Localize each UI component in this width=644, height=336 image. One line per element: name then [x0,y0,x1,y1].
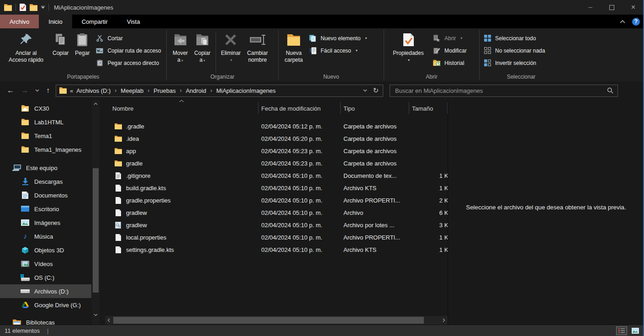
file-row[interactable]: settings.gradle.kts 02/04/2024 05:10 p. … [105,244,448,256]
column-divider[interactable] [258,102,259,114]
videos-icon [21,261,30,267]
sidebar-item-lab1html[interactable]: Lab1HTML [0,115,91,129]
cloud-folder-icon [21,105,30,112]
file-row[interactable]: .gitignore 02/04/2024 05:10 p. m. Docume… [105,170,448,182]
sidebar-item-tema1[interactable]: Tema1 [0,129,91,143]
new-item-button[interactable]: Nuevo elemento ▾ [309,33,367,43]
tab-compartir[interactable]: Compartir [72,15,117,28]
column-divider[interactable] [340,102,341,114]
refresh-icon[interactable]: ↻ [373,86,379,95]
breadcrumb-item[interactable]: Archivos (D:) [75,87,112,94]
preview-message: Seleccione el archivo del que desea obte… [466,204,626,211]
breadcrumb[interactable]: « Archivos (D:) › Meeplab › Pruebas › An… [56,85,383,97]
file-row[interactable]: gradle.properties 02/04/2024 05:10 p. m.… [105,194,448,207]
pin-to-quick-access-button[interactable]: Anclar al Acceso rápido [3,30,49,64]
file-row[interactable]: app 02/04/2024 05:23 p. m. Carpeta de ar… [105,145,448,157]
details-view-button[interactable] [616,326,627,335]
select-none-button[interactable]: No seleccionar nada [483,46,545,55]
delete-button[interactable]: Eliminar ▾ [218,30,244,64]
file-row[interactable]: .gradle 02/04/2024 05:12 p. m. Carpeta d… [105,120,448,133]
copy-button[interactable]: Copiar [49,30,72,57]
tab-inicio[interactable]: Inicio [39,15,72,28]
breadcrumb-item[interactable]: Meeplab [119,87,145,94]
file-row[interactable]: gradlew 02/04/2024 05:10 p. m. Archivo p… [105,219,448,231]
search-input[interactable] [394,87,607,95]
select-all-button[interactable]: Seleccionar todo [483,33,545,43]
breadcrumb-item[interactable]: Android [185,87,208,94]
file-row[interactable]: local.properties 02/04/2024 05:10 p. m. … [105,231,448,244]
address-dropdown-icon[interactable] [363,89,367,92]
copy-path-button[interactable]: Copiar ruta de acceso [95,46,161,55]
help-icon[interactable]: ? [632,18,640,26]
tab-vista[interactable]: Vista [117,15,150,28]
file-row[interactable]: .idea 02/04/2024 05:20 p. m. Carpeta de … [105,133,448,145]
sidebar-scrollbar[interactable] [92,100,100,325]
sidebar-item-tema1-imagenes[interactable]: Tema1_Imagenes [0,143,91,156]
qat-properties-icon[interactable] [20,4,26,11]
forward-button[interactable]: → [21,86,28,95]
column-header-type[interactable]: Tipo [343,105,355,112]
sidebar-item-cx30[interactable]: CX30 [0,101,91,115]
sidebar-item-imagenes[interactable]: Imágenes [0,216,91,229]
folder-icon [21,146,30,153]
scroll-left-icon[interactable] [105,316,112,325]
sidebar-item-escritorio[interactable]: Escritorio [0,202,91,216]
sidebar-item-descargas[interactable]: Descargas [0,175,91,188]
ribbon: Anclar al Acceso rápido Copiar Pegar Cor… [0,28,644,81]
horizontal-scrollbar[interactable] [105,316,448,325]
sidebar-item-documentos[interactable]: Documentos [0,188,91,202]
sidebar-item-musica[interactable]: ♪ Música [0,229,91,243]
breadcrumb-item[interactable]: Pruebas [152,87,177,94]
scroll-up-icon[interactable] [92,100,100,107]
up-button[interactable]: ↑ [46,86,50,95]
rename-button[interactable]: Cambiar nombre [244,30,271,64]
properties-button[interactable]: Propiedades ▾ [387,30,430,64]
maximize-button[interactable] [601,0,623,15]
invert-selection-button[interactable]: Invertir selección [483,58,545,68]
sidebar-scrollbar-thumb[interactable] [93,168,99,293]
file-row[interactable]: gradlew 02/04/2024 05:10 p. m. Archivo 6… [105,207,448,219]
file-row[interactable]: gradle 02/04/2024 05:23 p. m. Carpeta de… [105,157,448,170]
breadcrumb-collapsed-indicator[interactable]: « [70,87,73,94]
select-none-icon [483,47,491,54]
file-row[interactable]: build.gradle.kts 02/04/2024 05:10 p. m. … [105,182,448,194]
scroll-right-icon[interactable] [440,316,448,325]
open-button[interactable]: Abrir ▾ [433,33,467,43]
sidebar-item-os-c[interactable]: OS (C:) [0,271,91,284]
qat-customize-dropdown-icon[interactable] [41,6,45,9]
music-icon: ♪ [21,233,30,240]
easy-access-button[interactable]: Fácil acceso ▾ [309,46,367,55]
recent-locations-icon[interactable] [35,89,39,92]
move-to-button[interactable]: Mover a▾ [169,30,191,64]
paste-shortcut-button[interactable]: Pegar acceso directo [95,58,161,68]
column-header-name[interactable]: Nombre [112,105,133,112]
scroll-down-icon[interactable] [92,311,100,319]
collapse-ribbon-icon[interactable] [620,20,625,23]
edit-button[interactable]: Modificar [433,46,467,55]
sidebar-item-bibliotecas[interactable]: Bibliotecas [0,315,91,325]
column-header-date[interactable]: Fecha de modificación [261,105,321,112]
horizontal-scrollbar-thumb[interactable] [113,317,424,324]
column-header-size[interactable]: Tamaño [412,105,433,112]
close-button[interactable]: × [623,0,644,15]
search-box[interactable] [390,85,618,97]
sidebar-item-archivos-d[interactable]: Archivos (D:) [0,284,91,298]
tab-archivo[interactable]: Archivo [0,15,39,28]
minimize-button[interactable]: ─ [580,0,601,15]
sidebar-item-google-drive-g[interactable]: Google Drive (G:) [0,298,91,312]
breadcrumb-item[interactable]: MiAplicacionImagenes [215,87,277,94]
back-button[interactable]: ← [7,86,14,95]
new-folder-button[interactable]: Nueva carpeta [281,30,306,64]
computer-icon [12,164,21,171]
history-button[interactable]: Historial [433,58,467,68]
copy-to-button[interactable]: Copiar a▾ [191,30,213,64]
sidebar-item-este-equipo[interactable]: Este equipo [0,161,91,175]
sidebar-item-objetos-3d[interactable]: Objetos 3D [0,243,91,257]
sidebar-item-videos[interactable]: Vídeos [0,257,91,271]
cut-button[interactable]: Cortar [95,33,161,43]
search-icon[interactable] [607,87,613,94]
column-divider[interactable] [409,102,409,114]
qat-new-folder-icon[interactable] [30,4,37,11]
large-icons-view-button[interactable] [630,326,641,335]
paste-button[interactable]: Pegar [72,30,93,57]
